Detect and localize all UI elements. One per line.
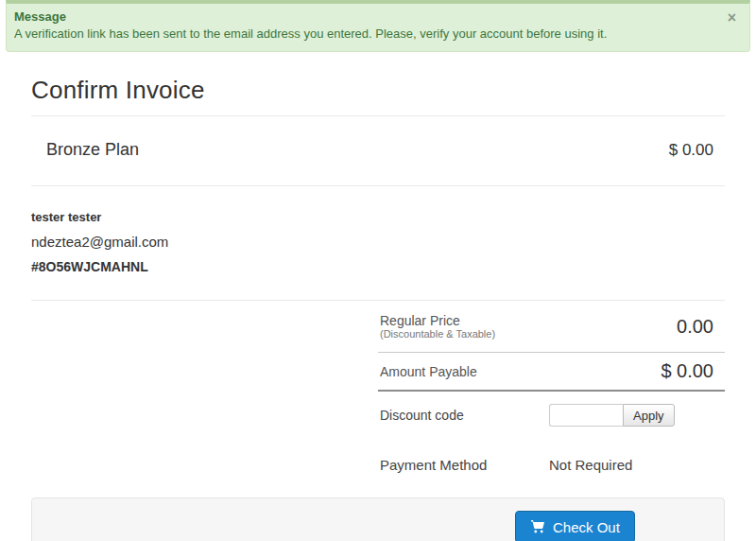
discount-input-group: Apply — [549, 404, 659, 427]
regular-price-note: (Discountable & Taxable) — [380, 328, 549, 340]
customer-email: ndeztea2@gmail.com — [31, 235, 725, 250]
payment-method-value: Not Required — [549, 457, 725, 473]
plan-name: Bronze Plan — [46, 140, 139, 160]
regular-price-value: 0.00 — [549, 316, 725, 338]
regular-price-row: Regular Price (Discountable & Taxable) 0… — [378, 301, 725, 353]
checkout-label: Check Out — [553, 519, 620, 535]
customer-name: tester tester — [31, 211, 725, 224]
payment-method-row: Payment Method Not Required — [378, 457, 725, 479]
payment-method-label: Payment Method — [378, 457, 549, 473]
discount-code-input[interactable] — [549, 404, 623, 427]
success-alert: × Message A verification link has been s… — [6, 0, 750, 52]
alert-message: A verification link has been sent to the… — [14, 26, 735, 43]
amount-payable-row: Amount Payable $ 0.00 — [378, 353, 725, 392]
checkout-button[interactable]: Check Out — [515, 511, 635, 541]
invoice-code: #8O56WJCMAHNL — [31, 259, 725, 274]
page-title: Confirm Invoice — [31, 76, 725, 105]
amount-payable-value: $ 0.00 — [549, 360, 725, 382]
regular-price-label-block: Regular Price (Discountable & Taxable) — [378, 313, 549, 340]
regular-price-label: Regular Price — [380, 313, 549, 328]
price-summary: Regular Price (Discountable & Taxable) 0… — [378, 301, 725, 479]
apply-button[interactable]: Apply — [623, 404, 675, 427]
customer-info: tester tester ndeztea2@gmail.com #8O56WJ… — [31, 186, 725, 274]
close-icon[interactable]: × — [728, 11, 736, 25]
plan-row: Bronze Plan $ 0.00 — [31, 116, 725, 185]
invoice-container: Confirm Invoice Bronze Plan $ 0.00 teste… — [31, 76, 725, 541]
discount-code-label: Discount code — [378, 408, 549, 423]
plan-price: $ 0.00 — [669, 141, 713, 160]
checkout-panel: Check Out — [31, 497, 725, 541]
cart-icon — [530, 519, 545, 534]
amount-payable-label: Amount Payable — [378, 364, 549, 379]
alert-title: Message — [14, 9, 735, 26]
discount-input-block: Apply — [549, 404, 725, 427]
discount-row: Discount code Apply — [378, 404, 725, 427]
